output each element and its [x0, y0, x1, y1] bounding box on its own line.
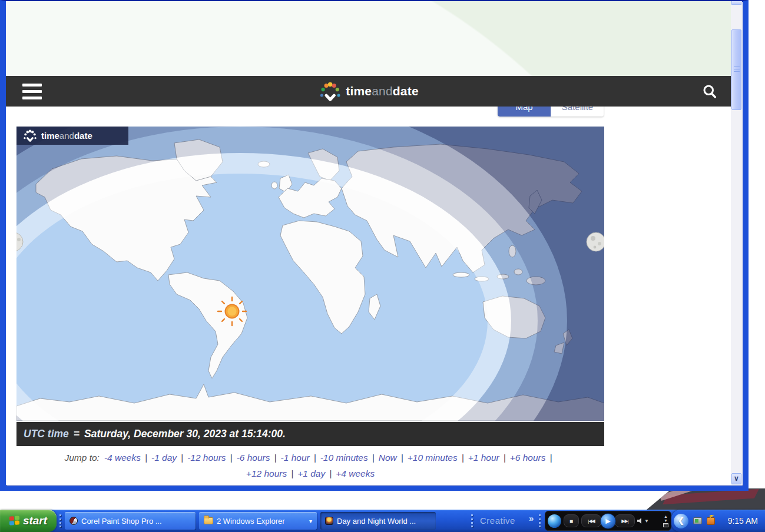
taskbar-button-label: Corel Paint Shop Pro ... — [81, 517, 162, 526]
jump-link[interactable]: -10 minutes — [320, 453, 368, 463]
globe-icon — [325, 517, 333, 525]
taskbar-button-label: 2 Windows Explorer — [217, 517, 285, 526]
brand-and: and — [372, 84, 393, 98]
start-label: start — [23, 514, 47, 527]
taskbar-button-label: Day and Night World ... — [337, 517, 416, 526]
taskbar-grip[interactable] — [471, 514, 473, 527]
utc-time-label: UTC time — [24, 428, 69, 440]
utc-equals: = — [74, 428, 80, 440]
separator: | — [401, 453, 403, 463]
taskbar: start Corel Paint Shop Pro ...2 Windows … — [0, 510, 765, 532]
media-window-icon[interactable] — [663, 523, 668, 527]
toolbar-down-arrow-icon[interactable]: ▼ — [664, 519, 668, 523]
taskbar-window-button[interactable]: Day and Night World ... — [320, 512, 436, 530]
media-player-toolbar: ■ |◀◀ ▶ ▶▶| ▼ ▲ ▼ — [545, 511, 671, 531]
browser-window: Map Satellite — [0, 0, 749, 491]
jump-line-1: Jump to:-4 weeks|-1 day|-12 hours|-6 hou… — [16, 450, 604, 466]
separator: | — [372, 453, 375, 463]
stop-button[interactable]: ■ — [564, 514, 579, 527]
taskbar-window-button[interactable]: Corel Paint Shop Pro ... — [65, 512, 196, 530]
jump-link[interactable]: -12 hours — [187, 453, 226, 463]
tray-collapse-button[interactable]: ❮ — [674, 514, 688, 528]
vertical-scrollbar[interactable]: ∨ — [731, 1, 742, 485]
separator: | — [181, 453, 183, 463]
logo-burst-icon — [318, 82, 342, 101]
play-button[interactable]: ▶ — [600, 513, 616, 529]
scrollbar-down-button[interactable]: ∨ — [731, 473, 741, 484]
brand-date: date — [393, 84, 419, 98]
separator: | — [549, 453, 552, 463]
brand-text: timeanddate — [346, 84, 419, 98]
jump-label: Jump to: — [64, 453, 99, 463]
separator: | — [329, 468, 332, 478]
map-watermark: timeanddate — [16, 127, 128, 145]
windows-flag-icon — [9, 516, 19, 526]
taskbar-grip[interactable] — [59, 514, 62, 527]
system-tray: ❮ 9:15 AM — [671, 510, 765, 532]
jump-link[interactable]: -4 weeks — [104, 453, 141, 463]
day-night-world-map[interactable]: timeanddate — [16, 127, 604, 421]
separator: | — [504, 453, 506, 463]
jump-links: Jump to:-4 weeks|-1 day|-12 hours|-6 hou… — [16, 450, 604, 481]
desktop: Map Satellite — [0, 0, 765, 532]
group-dropdown-icon[interactable]: ▾ — [304, 518, 312, 524]
scrollbar-thumb[interactable] — [731, 29, 741, 110]
volume-dropdown-icon: ▼ — [644, 518, 649, 524]
volume-button[interactable]: ▼ — [637, 518, 649, 524]
jump-link[interactable]: Now — [379, 453, 397, 463]
page: Map Satellite — [6, 1, 742, 485]
utc-time-value: Saturday, December 30, 2023 at 15:14:00. — [84, 428, 286, 440]
separator: | — [314, 453, 316, 463]
site-header: timeanddate — [6, 76, 731, 107]
jump-link[interactable]: +6 hours — [510, 453, 546, 463]
timeanddate-logo[interactable]: timeanddate — [318, 82, 419, 101]
watermark-date: date — [74, 131, 92, 141]
search-icon[interactable] — [701, 83, 718, 99]
toolbar-up-arrow-icon[interactable]: ▲ — [664, 515, 668, 518]
taskbar-grip[interactable] — [539, 514, 541, 527]
taskbar-window-button[interactable]: 2 Windows Explorer▾ — [199, 512, 317, 530]
jump-link[interactable]: -1 hour — [281, 453, 310, 463]
jump-link[interactable]: +4 weeks — [336, 468, 375, 478]
hardware-tray-icon[interactable] — [693, 517, 702, 524]
utc-time-bar: UTC time = Saturday, December 30, 2023 a… — [16, 422, 604, 446]
watermark-burst-icon — [22, 129, 38, 142]
watermark-time: time — [41, 131, 59, 141]
page-top-decoration — [6, 1, 731, 76]
next-track-button[interactable]: ▶▶| — [615, 514, 635, 527]
jump-link[interactable]: +1 hour — [468, 453, 499, 463]
jump-link[interactable]: -6 hours — [237, 453, 270, 463]
jump-line-2: +12 hours|+1 day|+4 weeks — [16, 466, 604, 481]
previous-track-button[interactable]: |◀◀ — [581, 514, 601, 527]
scrollbar-up-button[interactable] — [731, 1, 741, 5]
separator: | — [230, 453, 233, 463]
separator: | — [274, 453, 277, 463]
hamburger-menu-icon[interactable] — [22, 84, 42, 99]
clock[interactable]: 9:15 AM — [728, 516, 758, 526]
separator: | — [145, 453, 147, 463]
separator: | — [462, 453, 464, 463]
jump-link[interactable]: +12 hours — [246, 468, 287, 478]
separator: | — [291, 468, 293, 478]
speaker-icon — [637, 518, 643, 524]
creative-toolbar-chevron-icon[interactable]: » — [529, 513, 534, 523]
creative-toolbar-label[interactable]: Creative — [480, 516, 515, 526]
watermark-text: timeanddate — [41, 131, 92, 141]
security-alert-tray-icon[interactable] — [707, 517, 715, 525]
moon-marker[interactable] — [587, 232, 604, 251]
jump-link[interactable]: +1 day — [297, 468, 325, 478]
desktop-wallpaper-photo — [636, 488, 765, 512]
watermark-and: and — [59, 131, 74, 141]
jump-link[interactable]: -1 day — [151, 453, 177, 463]
paint-shop-icon — [69, 517, 78, 525]
jump-link[interactable]: +10 minutes — [408, 453, 458, 463]
folder-icon — [204, 517, 213, 524]
start-button[interactable]: start — [0, 510, 57, 532]
brand-time: time — [346, 84, 372, 98]
world-map-svg — [16, 127, 604, 421]
creative-orb-icon[interactable] — [548, 514, 561, 528]
